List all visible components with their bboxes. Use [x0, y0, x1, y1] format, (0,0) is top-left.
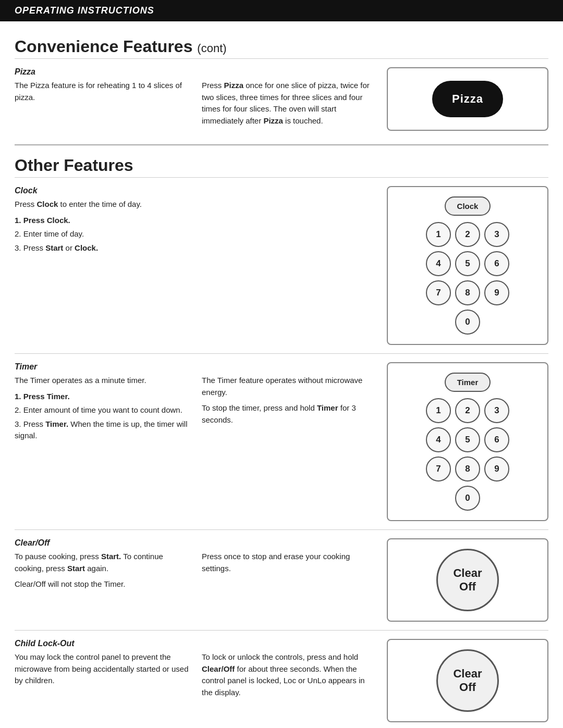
clock-key-1[interactable]: 1 — [426, 222, 451, 247]
child-lockout-feature-section: Child Lock-Out You may lock the control … — [15, 630, 548, 728]
clock-feature-left: Clock Press Clock to enter the time of d… — [15, 186, 387, 345]
clear-off-line2: Off — [459, 580, 476, 594]
clear-off-left-col: To pause cooking, press Start. To contin… — [15, 551, 189, 595]
child-lockout-clear-off-button[interactable]: Clear Off — [436, 649, 499, 712]
timer-key-9[interactable]: 9 — [484, 456, 509, 482]
timer-key-zero-row: 0 — [455, 486, 480, 511]
clock-key-7[interactable]: 7 — [426, 280, 451, 305]
clock-key-8[interactable]: 8 — [455, 280, 480, 305]
child-lockout-feature-right: Clear Off — [387, 639, 548, 722]
timer-key-2[interactable]: 2 — [455, 398, 480, 423]
pizza-feature-section: Pizza The Pizza feature is for reheating… — [15, 58, 548, 139]
timer-step-1: 1. Press Timer. — [15, 391, 189, 403]
header-bar: OPERATING INSTRUCTIONS — [0, 0, 563, 21]
clock-intro-bold: Clock — [37, 200, 58, 208]
pizza-feature-right: Pizza — [387, 67, 548, 131]
clear-off-left-text-2: Clear/Off will not stop the Timer. — [15, 578, 189, 590]
clock-keypad-container: Clock 1 2 3 4 5 6 7 8 9 0 — [426, 196, 509, 335]
clock-step-2: 2. Enter time of day. — [15, 228, 376, 240]
clear-off-feature-section: Clear/Off To pause cooking, press Start.… — [15, 529, 548, 630]
child-lockout-right-col: To lock or unlock the controls, press an… — [202, 651, 376, 702]
timer-step-3: 3. Press Timer. When the time is up, the… — [15, 418, 189, 442]
child-lockout-left-col: You may lock the control panel to preven… — [15, 651, 189, 702]
timer-key-8[interactable]: 8 — [455, 456, 480, 482]
clock-feature-right: Clock 1 2 3 4 5 6 7 8 9 0 — [387, 186, 548, 345]
convenience-features-title: Convenience Features (cont) — [15, 37, 548, 56]
child-lockout-btn-line2: Off — [459, 681, 476, 694]
convenience-features-section: Convenience Features (cont) Pizza The Pi… — [15, 37, 548, 139]
clock-key-2[interactable]: 2 — [455, 222, 480, 247]
clear-off-subtitle: Clear/Off — [15, 538, 376, 548]
timer-key-6[interactable]: 6 — [484, 427, 509, 452]
timer-key-0[interactable]: 0 — [455, 486, 480, 511]
clock-keypad-grid: 1 2 3 4 5 6 7 8 9 — [426, 222, 509, 305]
child-lockout-text-cols: You may lock the control panel to preven… — [15, 651, 376, 702]
child-lockout-btn-line1: Clear — [453, 667, 482, 681]
pizza-subtitle: Pizza — [15, 67, 376, 77]
clock-key-0[interactable]: 0 — [455, 310, 480, 335]
clear-off-feature-right: Clear Off — [387, 538, 548, 622]
child-lockout-subtitle: Child Lock-Out — [15, 639, 376, 648]
pizza-bold-1: Pizza — [224, 81, 244, 90]
child-lockout-feature-left: Child Lock-Out You may lock the control … — [15, 639, 387, 722]
pizza-button[interactable]: Pizza — [432, 81, 503, 117]
pizza-feature-left: Pizza The Pizza feature is for reheating… — [15, 67, 387, 131]
child-lockout-left-text: You may lock the control panel to preven… — [15, 651, 189, 687]
header-title: OPERATING INSTRUCTIONS — [15, 5, 154, 16]
timer-feature-section: Timer The Timer operates as a minute tim… — [15, 353, 548, 529]
clock-key-4[interactable]: 4 — [426, 251, 451, 276]
clear-off-left-text-1: To pause cooking, press Start. To contin… — [15, 551, 189, 574]
timer-key-7[interactable]: 7 — [426, 456, 451, 482]
clock-step-3: 3. Press Start or Clock. — [15, 242, 376, 254]
clear-off-feature-left: Clear/Off To pause cooking, press Start.… — [15, 538, 387, 622]
pizza-right-col: Press Pizza once for one slice of pizza,… — [202, 80, 376, 131]
pizza-bold-2: Pizza — [263, 116, 283, 125]
timer-text-cols: The Timer operates as a minute timer. 1.… — [15, 375, 376, 446]
timer-feature-left: Timer The Timer operates as a minute tim… — [15, 362, 387, 521]
timer-right-text-2: To stop the timer, press and hold Timer … — [202, 402, 376, 426]
pizza-text-cols: The Pizza feature is for reheating 1 to … — [15, 80, 376, 131]
clear-off-button[interactable]: Clear Off — [436, 549, 499, 611]
clear-off-text-cols: To pause cooking, press Start. To contin… — [15, 551, 376, 595]
other-features-section: Other Features Clock Press Clock to ente… — [15, 144, 548, 728]
child-lockout-bold: Clear/Off — [202, 664, 235, 673]
clock-key-5[interactable]: 5 — [455, 251, 480, 276]
clear-off-right-col: Press once to stop and erase your cookin… — [202, 551, 376, 595]
timer-keypad-grid: 1 2 3 4 5 6 7 8 9 — [426, 398, 509, 482]
clock-key-6[interactable]: 6 — [484, 251, 509, 276]
timer-key-5[interactable]: 5 — [455, 427, 480, 452]
clear-off-line1: Clear — [453, 566, 482, 580]
child-lockout-right-text: To lock or unlock the controls, press an… — [202, 651, 376, 698]
timer-keypad-container: Timer 1 2 3 4 5 6 7 8 9 0 — [426, 373, 509, 511]
timer-steps: 1. Press Timer. 2. Enter amount of time … — [15, 391, 189, 442]
pizza-left-col: The Pizza feature is for reheating 1 to … — [15, 80, 189, 131]
clock-feature-section: Clock Press Clock to enter the time of d… — [15, 177, 548, 353]
clock-subtitle: Clock — [15, 186, 376, 195]
timer-key-1[interactable]: 1 — [426, 398, 451, 423]
timer-right-col: The Timer feature operates without micro… — [202, 375, 376, 446]
timer-left-col: The Timer operates as a minute timer. 1.… — [15, 375, 189, 446]
pizza-right-text: Press Pizza once for one slice of pizza,… — [202, 80, 376, 127]
clock-step-1: 1. Press Clock. — [15, 215, 376, 227]
pizza-left-text: The Pizza feature is for reheating 1 to … — [15, 80, 189, 103]
clock-button[interactable]: Clock — [445, 196, 491, 216]
timer-feature-right: Timer 1 2 3 4 5 6 7 8 9 0 — [387, 362, 548, 521]
clear-off-right-text: Press once to stop and erase your cookin… — [202, 551, 376, 574]
other-features-title: Other Features — [15, 156, 548, 175]
clock-key-zero-row: 0 — [455, 310, 480, 335]
clock-intro-text: Press Clock to enter the time of day. — [15, 199, 376, 211]
clock-steps: 1. Press Clock. 2. Enter time of day. 3.… — [15, 215, 376, 254]
timer-right-text-1: The Timer feature operates without micro… — [202, 375, 376, 398]
timer-subtitle: Timer — [15, 362, 376, 372]
timer-key-4[interactable]: 4 — [426, 427, 451, 452]
clock-key-3[interactable]: 3 — [484, 222, 509, 247]
timer-intro: The Timer operates as a minute timer. — [15, 375, 189, 387]
main-content: Convenience Features (cont) Pizza The Pi… — [0, 21, 563, 728]
timer-button[interactable]: Timer — [445, 373, 491, 392]
timer-step-2: 2. Enter amount of time you want to coun… — [15, 404, 189, 416]
timer-key-3[interactable]: 3 — [484, 398, 509, 423]
clock-key-9[interactable]: 9 — [484, 280, 509, 305]
